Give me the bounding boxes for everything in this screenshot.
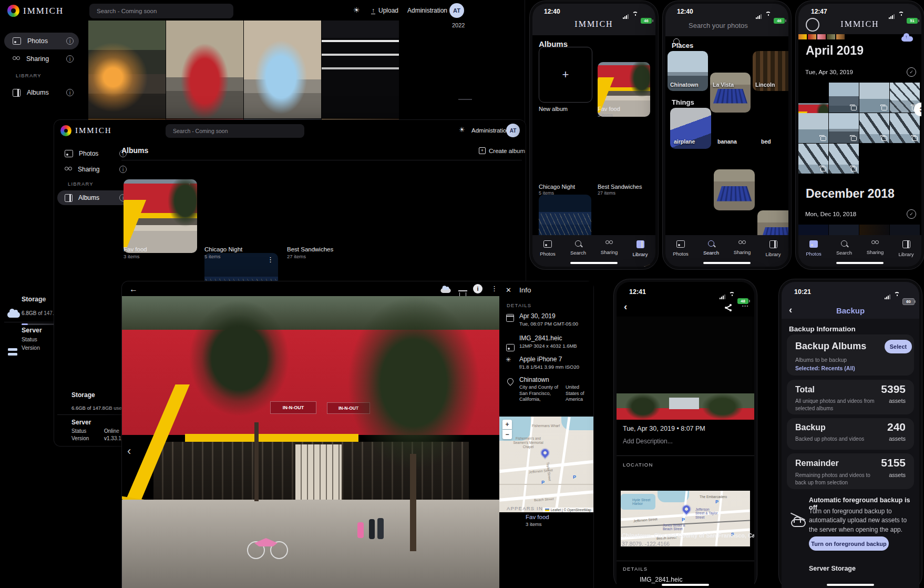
user-avatar[interactable]: AT <box>506 124 520 137</box>
more-menu-icon[interactable]: ⋯ <box>742 302 748 310</box>
album-name[interactable]: Chicago Night <box>204 246 242 252</box>
album-name[interactable]: Fav food <box>124 246 147 252</box>
photo-thumb[interactable] <box>859 113 889 143</box>
signal-icon <box>889 9 895 19</box>
map-zoom-out-button[interactable]: − <box>502 430 512 439</box>
photo-thumbnail-mustang[interactable] <box>88 21 166 118</box>
place-card-la-vista[interactable] <box>710 73 751 113</box>
photo-thumb[interactable] <box>829 113 859 143</box>
photo-thumbnail-blue-fiat[interactable] <box>244 21 321 118</box>
nav-photos[interactable]: Photos <box>532 240 563 257</box>
detail-camera: Apple iPhone 7 <box>519 356 562 363</box>
sidebar-item-photos[interactable]: Photos i <box>4 33 79 49</box>
album-name[interactable]: Best Sandwiches <box>598 184 642 190</box>
album-name[interactable]: Chicago Night <box>539 184 575 190</box>
photo-thumb-dark[interactable] <box>798 225 828 236</box>
map-label: Fishermen's and Seamen's Memorial Chapel <box>513 437 543 449</box>
album-menu-icon[interactable]: ⋮ <box>186 183 193 189</box>
phone-photo-detail: 12:41 48 ‹ ⋯ Tue, Apr 30, 2019 • 8:07 PM <box>614 279 757 588</box>
administration-link[interactable]: Administration <box>471 127 510 134</box>
photo-thumbnail-garage[interactable] <box>322 21 399 118</box>
sidebar-item-photos[interactable]: Photos i <box>57 146 131 161</box>
share-icon[interactable] <box>725 304 732 311</box>
nav-photos[interactable]: Photos <box>665 240 696 257</box>
search-input[interactable]: Search your photos <box>689 22 748 29</box>
info-icon[interactable]: i <box>66 37 74 45</box>
coordinates: 37.8079, -122.4166 <box>622 541 670 547</box>
nav-library[interactable]: Library <box>758 240 788 257</box>
administration-link[interactable]: Administration <box>407 7 447 14</box>
server-status-label: Status <box>22 336 37 342</box>
theme-toggle-sun-icon[interactable]: ☀ <box>353 6 360 14</box>
backup-cloud-icon[interactable] <box>901 36 913 42</box>
nav-search-active[interactable]: Search <box>696 240 726 256</box>
theme-toggle-sun-icon[interactable]: ☀ <box>459 126 465 134</box>
upload-button[interactable]: ↑ Upload <box>371 7 398 14</box>
photo-thumb[interactable] <box>829 144 859 174</box>
search-placeholder: Search - Coming soon <box>173 128 228 134</box>
location-map[interactable]: Fishermans Wharf Fishermen's and Seamen'… <box>499 417 593 512</box>
nav-sharing[interactable]: Sharing <box>860 240 890 255</box>
photo-viewer[interactable]: IN-N-OUT IN-N-OUT ‹ <box>122 296 499 588</box>
desktop-canvas: IMMICH Search - Coming soon ☀ ↑ Upload A… <box>0 0 924 588</box>
download-cloud-icon[interactable] <box>440 288 450 293</box>
select-day-check-icon[interactable]: ✓ <box>907 67 916 77</box>
divider <box>121 160 522 160</box>
timeline-year-label: 2022 <box>452 22 465 28</box>
map-road-minor <box>499 484 593 485</box>
nav-sharing[interactable]: Sharing <box>594 240 624 255</box>
photo-thumb-dark[interactable] <box>859 225 889 236</box>
home-indicator <box>570 262 618 264</box>
photo-thumb[interactable] <box>890 113 920 143</box>
sidebar-item-albums-active[interactable]: Albums i <box>57 190 131 205</box>
description-input[interactable]: Add Description... <box>623 438 673 445</box>
sidebar-item-sharing[interactable]: Sharing i <box>57 162 131 177</box>
nav-library-active[interactable]: Library <box>625 240 655 257</box>
create-album-button[interactable]: + Create album <box>479 147 525 154</box>
search-input[interactable]: Search - Coming soon <box>89 4 233 18</box>
photo-thumb-dark[interactable] <box>890 225 920 236</box>
photo-strip[interactable] <box>617 393 754 420</box>
battery-icon: 46 <box>774 18 785 24</box>
new-album-card[interactable]: + <box>539 47 592 103</box>
thing-card-banana[interactable] <box>714 169 755 210</box>
map-zoom-in-button[interactable]: + <box>502 420 512 429</box>
info-button-active[interactable]: i <box>473 284 482 293</box>
day-heading: Mon, Dec 10, 2018 <box>805 211 856 217</box>
album-card-fav-food[interactable]: ⋮ <box>124 179 197 253</box>
back-button[interactable]: ‹ <box>624 301 627 312</box>
photo-thumb-dark[interactable] <box>829 225 859 236</box>
info-icon[interactable]: i <box>66 55 74 63</box>
photo-thumb[interactable] <box>798 144 828 174</box>
nav-search[interactable]: Search <box>563 240 593 256</box>
user-avatar[interactable]: AT <box>449 3 464 18</box>
turn-on-foreground-backup-button[interactable]: Turn on foreground backup <box>809 536 889 551</box>
back-button[interactable]: ← <box>129 285 138 294</box>
photo-thumb[interactable] <box>798 113 828 143</box>
sidebar-item-sharing[interactable]: Sharing i <box>4 50 79 67</box>
select-button[interactable]: Select <box>885 340 912 353</box>
timeline-scrubber[interactable] <box>458 99 472 100</box>
sharing-icon <box>13 56 20 62</box>
prev-photo-chevron[interactable]: ‹ <box>127 444 131 458</box>
nav-search[interactable]: Search <box>829 240 859 256</box>
search-input[interactable]: Search - Coming soon <box>166 124 304 138</box>
nav-photos-active[interactable]: Photos <box>798 240 829 257</box>
sidebar-item-albums[interactable]: Albums i <box>4 84 79 101</box>
more-menu-icon[interactable]: ⋮ <box>491 285 498 292</box>
photo-thumb[interactable] <box>829 83 859 113</box>
close-icon[interactable]: ✕ <box>506 286 511 294</box>
info-icon[interactable]: i <box>66 89 74 96</box>
photo-thumbnail-red-car[interactable] <box>166 21 243 118</box>
nav-sharing[interactable]: Sharing <box>727 240 757 255</box>
sharing-icon <box>738 240 746 246</box>
nav-library[interactable]: Library <box>891 240 921 257</box>
appears-album-name[interactable]: Fav food <box>526 514 549 520</box>
album-menu-icon[interactable]: ⋮ <box>267 256 274 263</box>
album-name[interactable]: Best Sandwiches <box>287 246 333 252</box>
location-heading: LOCATION <box>623 462 653 468</box>
photo-thumb[interactable] <box>859 83 889 113</box>
info-icon[interactable]: i <box>119 166 127 173</box>
album-name[interactable]: Fav food <box>598 106 620 112</box>
select-day-check-icon[interactable]: ✓ <box>907 209 916 219</box>
